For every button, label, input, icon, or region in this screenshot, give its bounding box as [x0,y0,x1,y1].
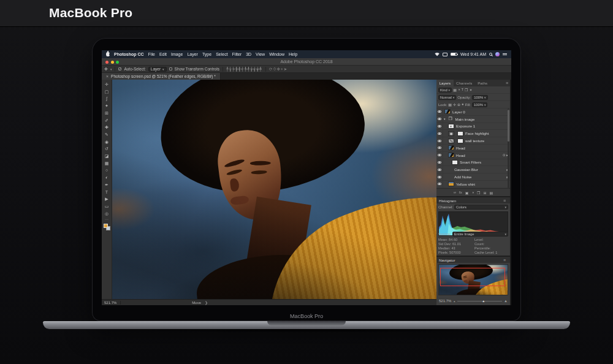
layer-name[interactable]: Add Noise [454,175,472,179]
lock-artboard-icon[interactable]: ⊕ [457,102,460,107]
menu-filter[interactable]: Filter [232,52,242,56]
layer-row[interactable]: Layer 0 [436,108,510,116]
layer-name[interactable]: Head [456,153,465,157]
layer-name[interactable]: Layer 0 [452,110,465,114]
layer-name[interactable]: Main image [455,117,475,121]
shape-tool[interactable]: ▭ [105,203,109,210]
layer-style-icon[interactable]: fx [459,191,462,194]
visibility-cell[interactable] [436,137,443,144]
layer-name[interactable]: Exposure 1 [456,124,475,128]
new-layer-icon[interactable]: ⊞ [483,191,486,195]
clone-stamp-tool[interactable]: ◉ [105,138,109,146]
search-icon[interactable] [489,53,492,56]
crop-tool[interactable]: ⊞ [105,110,109,117]
navigator-zoom-value[interactable]: 521.7% [439,299,451,303]
layer-thumbnail[interactable]: ◐ [448,124,454,129]
visibility-eye-icon[interactable] [438,125,441,127]
move-tool[interactable]: ✛ [105,81,109,88]
visibility-eye-icon[interactable] [438,161,441,164]
3d-scale-icon[interactable]: ➤ [284,67,287,71]
visibility-eye-icon[interactable] [438,169,441,171]
visibility-eye-icon[interactable] [438,140,441,142]
visibility-cell[interactable] [436,159,443,166]
layer-filter-dropdown[interactable]: Kind ▾ [438,88,452,93]
channel-dropdown[interactable]: Colors ▾ [454,205,508,210]
fill-field[interactable]: 100% ▾ [472,102,487,107]
eyedropper-tool[interactable]: ✐ [105,117,109,124]
blend-mode-dropdown[interactable]: Normal ▾ [438,95,456,100]
brush-tool[interactable]: ✎ [105,131,109,138]
layers-scrollbar[interactable] [508,108,509,188]
menu-type[interactable]: Type [202,52,211,56]
visibility-eye-icon[interactable] [438,110,441,113]
layer-row[interactable]: Smart Filters [436,159,510,167]
zoom-tool[interactable]: ◎ [105,210,109,218]
apple-logo-icon[interactable] [106,52,110,56]
tab-paths[interactable]: Paths [475,80,490,86]
layer-row[interactable]: Head⊙ ▸ [436,152,510,159]
visibility-eye-icon[interactable] [438,118,441,120]
filter-type-layers-icon[interactable]: T [461,88,463,92]
marquee-tool[interactable]: ▢ [105,88,109,96]
zoom-slider-thumb[interactable]: ▲ [482,299,485,303]
visibility-cell[interactable] [436,166,443,173]
link-layers-icon[interactable]: ∞ [454,191,456,194]
gradient-tool[interactable]: ▦ [105,160,109,167]
display-icon[interactable] [443,53,447,56]
eraser-tool[interactable]: ◪ [105,153,109,160]
expand-caret-icon[interactable]: ▾ [444,117,446,121]
filter-pixel-layers-icon[interactable]: ▦ [453,88,457,92]
zoom-out-icon[interactable]: ▲ [453,300,455,303]
blur-tool[interactable]: ○ [105,167,108,174]
menu-bar-clock[interactable]: Wed 9:41 AM [460,52,486,56]
layer-mask-thumbnail[interactable] [457,131,463,136]
visibility-cell[interactable] [436,108,443,115]
zoom-slider[interactable]: ▲ [457,301,502,301]
layer-row[interactable]: ▾❒Main image [436,116,510,123]
lock-transparency-icon[interactable]: ▦ [448,102,452,107]
visibility-cell[interactable] [436,173,443,180]
layer-row[interactable]: ◐Exposure 1 [436,123,510,131]
panel-menu-icon[interactable]: ≡ [501,199,508,203]
visibility-cell[interactable] [436,130,443,137]
layer-thumbnail[interactable] [448,181,454,186]
layer-row[interactable]: wall texture [436,137,510,145]
source-dropdown[interactable]: Entire Image ▾ [452,232,508,237]
quick-selection-tool[interactable]: ✦ [105,102,109,110]
document-canvas[interactable] [112,80,436,299]
layer-thumbnail[interactable]: ◉ [448,131,454,136]
panel-menu-icon[interactable]: ≡ [504,80,510,86]
lasso-tool[interactable]: ʃ [106,95,107,102]
notification-center-icon[interactable] [503,53,507,56]
menu-view[interactable]: View [256,52,265,56]
layer-mask-thumbnail[interactable] [457,138,463,143]
visibility-eye-icon[interactable] [438,146,441,149]
pen-tool[interactable]: ✒ [105,181,109,189]
layer-row[interactable]: Add Noise≡ [436,173,510,181]
foreground-color-swatch[interactable] [104,224,108,228]
menu-image[interactable]: Image [171,52,183,56]
layer-row[interactable]: Yellow shirt [436,181,510,188]
panel-menu-icon[interactable]: ≡ [501,258,508,262]
close-tab-icon[interactable]: × [106,74,109,78]
path-selection-tool[interactable]: ▶ [105,195,108,203]
battery-icon[interactable] [451,53,457,56]
layer-name[interactable]: Gaussian Blur [454,167,478,172]
new-group-icon[interactable]: ❒ [477,191,480,195]
layer-thumbnail[interactable] [448,153,454,157]
layer-row[interactable]: Head [436,145,510,152]
dodge-tool[interactable]: ◐ [105,174,108,181]
visibility-eye-icon[interactable] [438,183,441,185]
color-swatches[interactable] [104,224,110,230]
menu-select[interactable]: Select [216,52,227,56]
layer-row[interactable]: Gaussian Blur≡ [436,166,510,173]
app-name[interactable]: Photoshop CC [114,52,144,56]
menu-window[interactable]: Window [269,52,284,56]
tab-layers[interactable]: Layers [436,80,454,86]
visibility-eye-icon[interactable] [438,154,441,156]
delete-layer-icon[interactable]: ▤ [490,191,493,195]
menu-help[interactable]: Help [289,52,297,56]
visibility-cell[interactable] [436,181,443,188]
auto-select-dropdown[interactable]: Layer ▾ [148,67,167,72]
visibility-eye-icon[interactable] [438,132,441,135]
